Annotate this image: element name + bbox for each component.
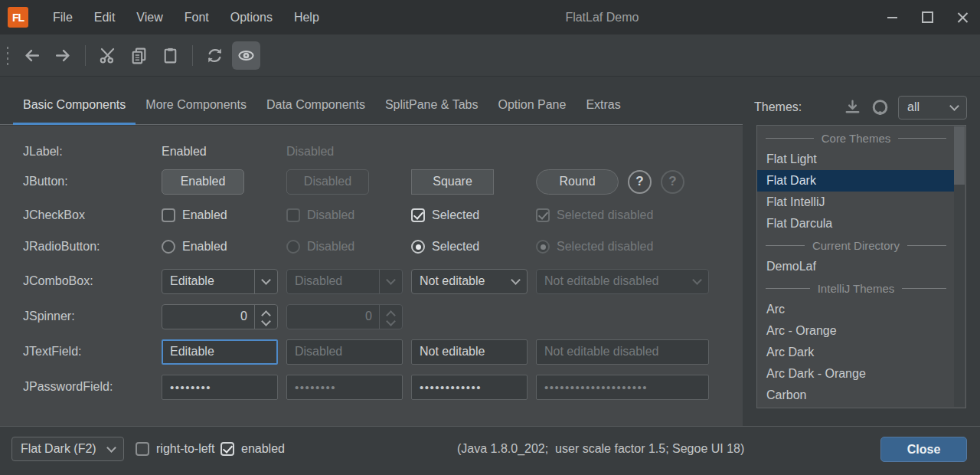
copy-button[interactable]	[125, 41, 153, 70]
theme-item-flat-light[interactable]: Flat Light	[757, 149, 965, 170]
checkbox-checked-icon	[536, 208, 550, 222]
jradiobutton-row: JRadioButton: Enabled Disabled Selected …	[0, 229, 743, 264]
arrow-right-icon	[54, 46, 73, 65]
jtextfield-row: JTextField: Editable Disabled Not editab…	[0, 334, 743, 369]
tab-extras[interactable]: Extras	[576, 89, 630, 124]
maximize-icon	[922, 11, 933, 23]
theme-filter-combobox[interactable]: all	[898, 96, 967, 120]
menu-help[interactable]: Help	[283, 0, 330, 34]
combobox-arrow-button	[379, 270, 402, 293]
radio-enabled[interactable]: Enabled	[162, 240, 278, 254]
checkbox-checked-icon	[411, 208, 425, 222]
combobox-editable[interactable]: Editable	[162, 269, 278, 294]
chevron-down-icon	[511, 275, 521, 285]
passwordfield-enabled[interactable]: ••••••••	[162, 375, 278, 400]
tab-more-components[interactable]: More Components	[136, 89, 256, 124]
bottombar: Flat Dark (F2) right-to-left enabled (Ja…	[0, 426, 980, 475]
show-hide-toggle-button[interactable]	[232, 41, 260, 70]
tab-splitpane-tabs[interactable]: SplitPane & Tabs	[375, 89, 488, 124]
menu-options[interactable]: Options	[220, 0, 283, 34]
scrollbar-track[interactable]	[954, 126, 965, 407]
toolbar-grip-handle[interactable]	[6, 45, 9, 66]
jbutton-row-label: JButton:	[23, 175, 153, 188]
minimize-button[interactable]	[874, 0, 910, 34]
cut-button[interactable]	[93, 41, 122, 70]
textfield-not-editable[interactable]: Not editable	[411, 339, 528, 365]
toolbar	[0, 34, 980, 77]
maximize-button[interactable]	[910, 0, 945, 34]
checkbox-icon	[162, 208, 175, 222]
chevron-down-icon	[386, 275, 396, 285]
clipboard-icon	[161, 46, 180, 65]
menu-font[interactable]: Font	[174, 0, 220, 34]
app-logo-text: FL	[12, 11, 24, 24]
github-button[interactable]	[869, 97, 890, 118]
theme-item-carbon[interactable]: Carbon	[757, 385, 965, 406]
passwordfield-disabled: ••••••••	[286, 375, 403, 400]
theme-group-separator: Core Themes	[757, 127, 955, 149]
theme-item-arc-orange[interactable]: Arc - Orange	[757, 320, 965, 342]
jpasswordfield-row: JPasswordField: •••••••• •••••••• ••••••…	[0, 369, 743, 405]
combobox-disabled: Disabled	[286, 269, 403, 294]
combobox-not-editable[interactable]: Not editable	[411, 269, 528, 294]
tab-data-components[interactable]: Data Components	[256, 89, 375, 124]
tab-option-pane[interactable]: Option Pane	[488, 89, 576, 124]
theme-filter-value: all	[907, 100, 920, 114]
jcombobox-row: JComboBox: Editable Disabled Not editabl…	[0, 264, 743, 299]
theme-item-flat-dark[interactable]: Flat Dark	[757, 170, 955, 192]
menu-edit[interactable]: Edit	[83, 0, 126, 34]
tab-basic-components[interactable]: Basic Components	[13, 89, 136, 124]
jcombobox-row-label: JComboBox:	[23, 274, 153, 288]
theme-item-flat-intellij[interactable]: Flat IntelliJ	[757, 192, 965, 213]
themes-label: Themes:	[754, 100, 802, 114]
help-button-disabled: ?	[661, 170, 684, 194]
checkbox-checked-icon	[220, 442, 234, 456]
theme-item-arc[interactable]: Arc	[757, 299, 965, 320]
download-themes-button[interactable]	[841, 97, 863, 118]
menu-file[interactable]: File	[42, 0, 83, 34]
round-button[interactable]: Round	[536, 169, 619, 195]
app-logo-icon: FL	[8, 7, 28, 28]
close-window-button[interactable]	[945, 0, 980, 34]
basic-components-panel: JLabel: Enabled Disabled JButton: Enable…	[0, 126, 743, 426]
enabled-button[interactable]: Enabled	[162, 169, 244, 195]
close-button[interactable]: Close	[880, 437, 967, 462]
passwordfield-not-editable[interactable]: ••••••••••••	[411, 375, 528, 400]
themes-header: Themes: all	[754, 93, 967, 122]
window-title: FlatLaf Demo	[330, 11, 874, 25]
jspinner-row: JSpinner: 0 0	[0, 299, 743, 334]
combobox-not-editable-disabled: Not editable disabled	[536, 269, 709, 294]
minimize-icon	[887, 17, 897, 18]
right-to-left-checkbox[interactable]: right-to-left	[136, 437, 214, 461]
square-button[interactable]: Square	[411, 169, 494, 195]
combobox-arrow-button[interactable]	[505, 270, 527, 293]
back-button[interactable]	[18, 41, 46, 70]
spinner-enabled[interactable]: 0	[162, 304, 278, 329]
combobox-arrow-button[interactable]	[254, 270, 277, 293]
forward-button[interactable]	[49, 41, 77, 70]
checkbox-disabled: Disabled	[286, 208, 403, 222]
checkbox-enabled[interactable]: Enabled	[162, 208, 278, 222]
enabled-checkbox[interactable]: enabled	[220, 437, 285, 461]
radio-selected-icon	[411, 240, 425, 254]
checkbox-selected-disabled: Selected disabled	[536, 208, 709, 222]
laf-combobox[interactable]: Flat Dark (F2)	[11, 437, 124, 461]
jpasswordfield-row-label: JPasswordField:	[23, 380, 153, 394]
refresh-button[interactable]	[201, 41, 229, 70]
radio-selected-icon	[536, 240, 550, 254]
checkbox-icon	[286, 208, 300, 222]
checkbox-selected[interactable]: Selected	[411, 208, 528, 222]
spinner-buttons[interactable]	[254, 305, 277, 329]
radio-selected[interactable]: Selected	[411, 240, 528, 254]
chevron-down-icon	[949, 101, 959, 111]
theme-item-demolaf[interactable]: DemoLaf	[757, 256, 965, 277]
theme-item-arc-dark[interactable]: Arc Dark	[757, 342, 965, 363]
scissors-icon	[98, 46, 117, 65]
paste-button[interactable]	[156, 41, 185, 70]
theme-item-arc-dark-orange[interactable]: Arc Dark - Orange	[757, 363, 965, 385]
menu-view[interactable]: View	[126, 0, 173, 34]
theme-item-flat-darcula[interactable]: Flat Darcula	[757, 213, 965, 234]
textfield-editable[interactable]: Editable	[162, 339, 278, 365]
help-button[interactable]: ?	[628, 170, 652, 194]
scrollbar-thumb[interactable]	[954, 126, 965, 185]
